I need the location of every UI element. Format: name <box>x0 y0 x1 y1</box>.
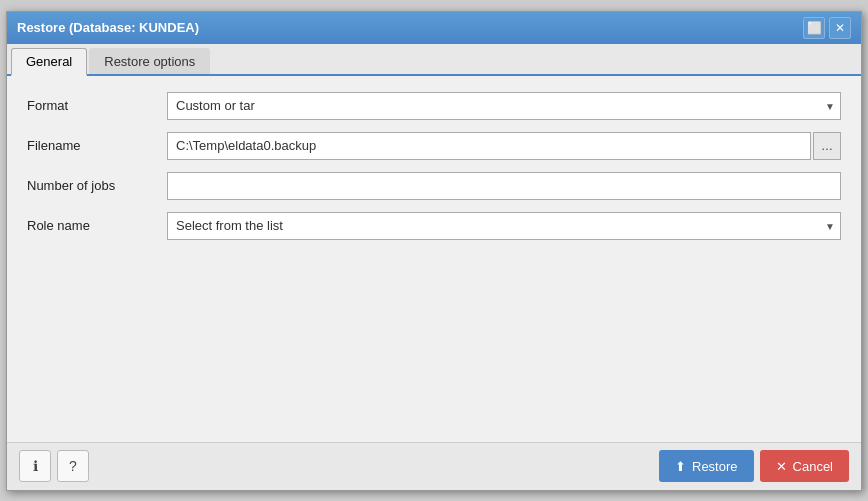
role-name-select[interactable]: Select from the list <box>167 212 841 240</box>
tabs-bar: General Restore options <box>7 44 861 76</box>
help-button[interactable]: ? <box>57 450 89 482</box>
title-bar: Restore (Database: KUNDEA) ⬜ ✕ <box>7 12 861 44</box>
cancel-label: Cancel <box>793 459 833 474</box>
restore-icon: ⬆ <box>675 459 686 474</box>
footer: ℹ ? ⬆ Restore ✕ Cancel <box>7 442 861 490</box>
browse-button[interactable]: … <box>813 132 841 160</box>
dialog-title: Restore (Database: KUNDEA) <box>17 20 199 35</box>
format-select[interactable]: Custom or tar Directory Plain Tar <box>167 92 841 120</box>
role-name-label: Role name <box>27 218 167 233</box>
num-jobs-row: Number of jobs <box>27 172 841 200</box>
filename-input[interactable] <box>167 132 811 160</box>
format-select-wrapper: Custom or tar Directory Plain Tar ▼ <box>167 92 841 120</box>
restore-label: Restore <box>692 459 738 474</box>
cancel-icon: ✕ <box>776 459 787 474</box>
tab-restore-options[interactable]: Restore options <box>89 48 210 74</box>
cancel-button[interactable]: ✕ Cancel <box>760 450 849 482</box>
footer-left-buttons: ℹ ? <box>19 450 89 482</box>
format-label: Format <box>27 98 167 113</box>
restore-button[interactable]: ⬆ Restore <box>659 450 754 482</box>
role-name-select-wrapper: Select from the list ▼ <box>167 212 841 240</box>
tab-general[interactable]: General <box>11 48 87 76</box>
close-button[interactable]: ✕ <box>829 17 851 39</box>
role-name-control: Select from the list ▼ <box>167 212 841 240</box>
num-jobs-label: Number of jobs <box>27 178 167 193</box>
footer-right-buttons: ⬆ Restore ✕ Cancel <box>659 450 849 482</box>
format-control: Custom or tar Directory Plain Tar ▼ <box>167 92 841 120</box>
filename-label: Filename <box>27 138 167 153</box>
format-row: Format Custom or tar Directory Plain Tar… <box>27 92 841 120</box>
title-bar-buttons: ⬜ ✕ <box>803 17 851 39</box>
tab-content: Format Custom or tar Directory Plain Tar… <box>7 76 861 442</box>
num-jobs-input[interactable] <box>167 172 841 200</box>
maximize-button[interactable]: ⬜ <box>803 17 825 39</box>
num-jobs-control <box>167 172 841 200</box>
filename-row: Filename … <box>27 132 841 160</box>
info-button[interactable]: ℹ <box>19 450 51 482</box>
role-name-row: Role name Select from the list ▼ <box>27 212 841 240</box>
filename-control: … <box>167 132 841 160</box>
restore-dialog: Restore (Database: KUNDEA) ⬜ ✕ General R… <box>6 11 862 491</box>
